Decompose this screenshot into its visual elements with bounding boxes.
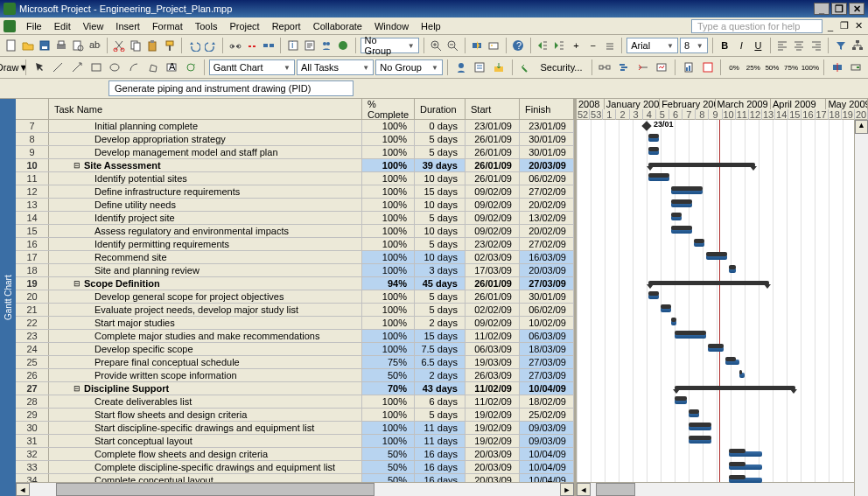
pct-header[interactable]: % Complete [362,99,415,119]
task-name-cell[interactable]: Create deliverables list [49,395,362,408]
task-row[interactable]: 22Start major studies100%2 days09/02/091… [16,317,574,330]
finish-header[interactable]: Finish [520,99,574,119]
align-center-icon[interactable] [792,37,807,54]
dur-cell[interactable]: 5 days [415,133,466,145]
task-row[interactable]: 15Assess regulatory and environmental im… [16,225,574,238]
task-row[interactable]: 16Identify permitting requirements100%5 … [16,238,574,251]
underline-button[interactable]: U [751,37,766,54]
row-id[interactable]: 9 [16,146,49,158]
zoom-out-icon[interactable] [445,37,460,54]
pct-cell[interactable]: 100% [362,185,415,198]
entry-field[interactable]: Generate piping and instrument drawing (… [108,80,354,96]
dur-cell[interactable]: 39 days [415,159,466,171]
view-bar-gantt[interactable]: Gantt Chart [0,99,16,496]
pct-cell[interactable]: 100% [362,304,415,316]
pct-cell[interactable]: 100% [362,238,415,250]
finish-cell[interactable]: 10/04/09 [520,382,574,395]
tracking-gantt-icon[interactable] [634,59,652,76]
paste-icon[interactable] [145,37,160,54]
dur-cell[interactable]: 2 days [415,369,466,381]
dur-cell[interactable]: 16 days [415,474,466,482]
task-name-cell[interactable]: Start flow sheets and design criteria [49,409,362,421]
start-cell[interactable]: 20/03/09 [466,448,520,460]
dur-cell[interactable]: 43 days [415,382,466,395]
gantt-vscroll[interactable]: ▲ [854,120,868,496]
start-cell[interactable]: 09/02/09 [466,199,520,211]
pct-cell[interactable]: 50% [362,461,415,473]
finish-cell[interactable]: 20/02/09 [520,199,574,211]
row-id[interactable]: 7 [16,120,49,132]
restore-button[interactable]: ❐ [831,3,847,15]
cut-icon[interactable] [112,37,127,54]
show-subtasks-icon[interactable]: + [569,37,584,54]
pct-cell[interactable]: 50% [362,369,415,381]
row-id[interactable]: 25 [16,356,49,368]
start-cell[interactable]: 26/01/09 [466,290,520,303]
pct-cell[interactable]: 100% [362,264,415,276]
task-row[interactable]: 12Define infrastructure requirements100%… [16,185,574,199]
task-row[interactable]: 13Define utility needs100%10 days09/02/0… [16,199,574,212]
summary-bar[interactable] [675,386,795,390]
dur-cell[interactable]: 7.5 days [415,343,466,355]
timescale[interactable]: 2008January 2009February 2009March 2009A… [577,99,868,120]
task-name-cell[interactable]: Prepare final conceptual schedule [49,356,362,368]
pct-0-button[interactable]: 0% [725,59,743,76]
task-row[interactable]: 17Recommend site100%10 days02/03/0916/03… [16,251,574,264]
task-row[interactable]: 20Develop general scope for project obje… [16,290,574,304]
start-cell[interactable]: 17/03/09 [466,264,520,276]
dur-cell[interactable]: 10 days [415,172,466,185]
finish-cell[interactable]: 20/03/09 [520,159,574,171]
pct-cell[interactable]: 100% [362,172,415,185]
menu-edit[interactable]: Edit [49,19,76,33]
task-name-cell[interactable]: Define utility needs [49,199,362,211]
unlink-icon[interactable] [244,37,259,54]
arrow-icon[interactable] [68,59,86,76]
dur-cell[interactable]: 11 days [415,422,466,434]
font-name-combo[interactable]: Arial▼ [626,38,678,53]
dur-cell[interactable]: 6.5 days [415,356,466,368]
finish-cell[interactable]: 27/02/09 [520,185,574,198]
start-header[interactable]: Start [466,99,520,119]
finish-cell[interactable]: 06/03/09 [520,330,574,342]
task-row[interactable]: 34Complete conceptual layout50%16 days20… [16,474,574,482]
task-name-cell[interactable]: Identify project site [49,212,362,224]
task-name-cell[interactable]: Initial planning complete [49,120,362,132]
group-combo-2[interactable]: No Group▼ [375,59,443,75]
dur-cell[interactable]: 45 days [415,277,466,290]
arc-icon[interactable] [125,59,143,76]
row-id[interactable]: 13 [16,199,49,211]
minimize-button[interactable]: _ [814,3,830,15]
task-name-cell[interactable]: Develop specific scope [49,343,362,355]
gantt-bars-area[interactable]: 23/01 [577,120,868,482]
new-resource-icon[interactable] [452,59,470,76]
dur-cell[interactable]: 3 days [415,264,466,276]
finish-cell[interactable]: 06/02/09 [520,172,574,185]
child-restore-button[interactable]: ❐ [838,20,850,32]
pct-cell[interactable]: 100% [362,290,415,303]
finish-cell[interactable]: 27/03/09 [520,277,574,290]
menu-window[interactable]: Window [369,19,414,33]
name-header[interactable]: Task Name [49,99,362,119]
help-search-input[interactable]: Type a question for help [691,19,822,33]
start-cell[interactable]: 20/03/09 [466,461,520,473]
task-name-cell[interactable]: Complete flow sheets and design criteria [49,448,362,460]
pct-cell[interactable]: 100% [362,159,415,171]
row-id[interactable]: 15 [16,225,49,237]
pct-25-button[interactable]: 25% [745,59,762,76]
dur-cell[interactable]: 11 days [415,435,466,447]
pct-50-button[interactable]: 50% [764,59,781,76]
finish-cell[interactable]: 27/03/09 [520,369,574,381]
row-id[interactable]: 34 [16,474,49,482]
start-cell[interactable]: 19/02/09 [466,422,520,434]
menu-tools[interactable]: Tools [190,19,223,33]
task-row[interactable]: 28Create deliverables list100%6 days11/0… [16,395,574,409]
finish-cell[interactable]: 16/03/09 [520,251,574,263]
pct-cell[interactable]: 100% [362,343,415,355]
task-name-cell[interactable]: Provide written scope information [49,369,362,381]
start-cell[interactable]: 06/03/09 [466,343,520,355]
task-name-cell[interactable]: Develop general scope for project object… [49,290,362,303]
start-cell[interactable]: 09/02/09 [466,212,520,224]
finish-cell[interactable]: 20/03/09 [520,264,574,276]
start-cell[interactable]: 26/01/09 [466,159,520,171]
task-notes-icon[interactable] [302,37,317,54]
